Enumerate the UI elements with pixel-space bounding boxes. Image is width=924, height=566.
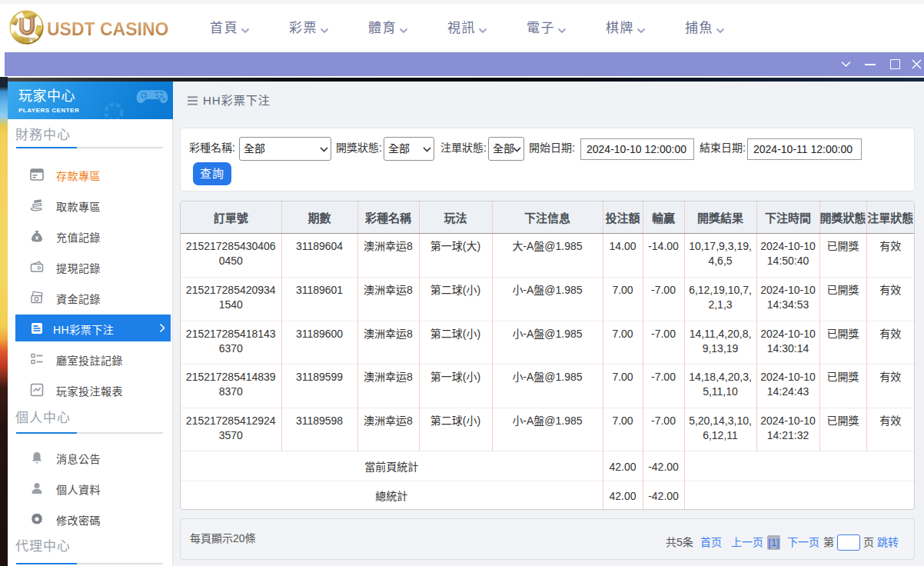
svg-text:Casino: Casino: [18, 36, 35, 42]
svg-text:¥: ¥: [35, 235, 39, 241]
